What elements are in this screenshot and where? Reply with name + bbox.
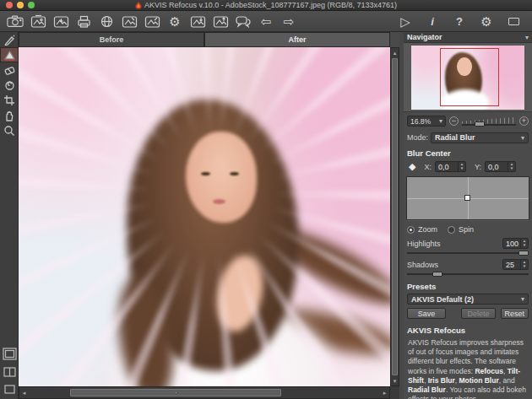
zoom-percent-select[interactable]: 16.8% ▾ xyxy=(407,116,446,127)
x-input[interactable]: 0,0 ▲▼ xyxy=(435,161,466,172)
reset-preset-button[interactable]: Reset xyxy=(501,308,529,319)
photo-canvas[interactable] xyxy=(19,47,390,386)
run-icon[interactable]: ▷ xyxy=(397,13,414,30)
shadows-slider-handle[interactable] xyxy=(432,272,442,277)
vertical-scroll-thumb[interactable] xyxy=(392,58,398,375)
highlights-label: Highlights xyxy=(407,240,441,248)
highlights-row: Highlights 100 ▲▼ xyxy=(407,238,529,249)
toolbar: ⚙ ⇦ ⇨ ▷ i ? ⚙ xyxy=(0,11,532,32)
crop-tool-icon[interactable] xyxy=(0,93,19,108)
navigator-thumbnail-area xyxy=(404,43,532,112)
import-presets-icon[interactable] xyxy=(189,13,206,30)
app-logo-camera-icon xyxy=(7,13,24,30)
zoom-window-button[interactable] xyxy=(28,2,35,8)
zoom-tool-icon[interactable] xyxy=(0,123,19,138)
zoom-slider-handle[interactable] xyxy=(475,121,485,127)
shadows-slider[interactable] xyxy=(407,272,529,277)
preferences-gear-icon[interactable]: ⚙ xyxy=(478,13,495,30)
tab-after[interactable]: After xyxy=(204,32,390,47)
preset-buttons: Save Delete Reset xyxy=(407,308,529,319)
info-icon[interactable]: i xyxy=(424,13,441,30)
horizontal-scroll-thumb[interactable] xyxy=(70,389,281,396)
load-settings-icon[interactable] xyxy=(121,13,138,30)
navigator-header[interactable]: Navigator ▾ xyxy=(404,32,532,43)
navigator-thumbnail[interactable] xyxy=(411,46,524,110)
scroll-left-icon[interactable]: ◂ xyxy=(19,387,29,398)
blur-center-title: Blur Center xyxy=(407,148,529,158)
zoom-slider[interactable] xyxy=(462,116,516,127)
close-button[interactable] xyxy=(6,2,13,8)
zoom-controls: 16.8% ▾ − + xyxy=(407,115,529,127)
x-stepper[interactable]: ▲▼ xyxy=(458,162,465,171)
highlights-input[interactable]: 100 ▲▼ xyxy=(502,238,529,249)
highlights-slider-handle[interactable] xyxy=(518,251,529,256)
settings-panel: Navigator ▾ 16.8% ▾ − xyxy=(404,32,532,399)
scroll-down-icon[interactable]: ▾ xyxy=(391,376,399,386)
spin-radio[interactable]: Spin xyxy=(448,225,474,234)
highlights-value: 100 xyxy=(503,240,520,248)
navigator-view-frame[interactable] xyxy=(440,48,499,106)
shadows-row: Shadows 25 ▲▼ xyxy=(407,259,529,270)
akvis-refocus-window: AKVIS Refocus v.10.0 - AdobeStock_108777… xyxy=(0,0,532,399)
preset-select[interactable]: AKVIS Default (2) ▾ xyxy=(407,294,529,305)
effect-type-radios: Zoom Spin xyxy=(407,224,529,235)
mode-row: Mode: Radial Blur ▾ xyxy=(407,132,529,143)
scroll-up-icon[interactable]: ▴ xyxy=(391,48,399,57)
save-image-icon[interactable] xyxy=(52,13,69,30)
save-preset-button[interactable]: Save xyxy=(407,308,446,319)
view-full-window-icon[interactable] xyxy=(4,382,15,397)
y-value: 0,0 xyxy=(486,163,508,171)
main-area: Before After ◂ ▸ xyxy=(0,32,532,399)
presets-title: Presets xyxy=(407,282,529,291)
marker-tool-icon[interactable] xyxy=(0,32,19,47)
about-title: AKVIS Refocus xyxy=(407,326,529,335)
window-controls xyxy=(6,2,35,8)
open-image-icon[interactable] xyxy=(30,13,46,30)
preview-tool-icon[interactable] xyxy=(0,47,19,62)
navigator-title: Navigator xyxy=(407,33,442,41)
dropdown-icon: ▾ xyxy=(439,117,442,125)
scrollbar-corner xyxy=(390,386,399,399)
view-layout-buttons xyxy=(0,348,19,397)
about-paragraph-1: AKVIS Refocus improves sharpness of out … xyxy=(408,338,528,399)
blur-center-handle[interactable] xyxy=(464,195,470,201)
scroll-right-icon[interactable]: ▸ xyxy=(380,387,389,398)
help-icon[interactable]: ? xyxy=(451,13,468,30)
zoom-in-button[interactable]: + xyxy=(519,116,529,126)
delete-preset-button[interactable]: Delete xyxy=(461,308,496,319)
shadows-input[interactable]: 25 ▲▼ xyxy=(502,259,529,270)
window-title-text: AKVIS Refocus v.10.0 - AdobeStock_108777… xyxy=(144,1,397,9)
blur-center-grid[interactable] xyxy=(406,176,529,220)
save-settings-icon[interactable] xyxy=(144,13,160,30)
history-brush-tool-icon[interactable] xyxy=(0,78,19,93)
export-presets-icon[interactable] xyxy=(212,13,229,30)
minimize-button[interactable] xyxy=(17,2,24,8)
window-title: AKVIS Refocus v.10.0 - AdobeStock_108777… xyxy=(0,1,532,9)
batch-processing-icon[interactable]: ⚙ xyxy=(166,13,183,30)
hand-tool-icon[interactable] xyxy=(0,108,19,123)
view-single-window-icon[interactable] xyxy=(3,348,17,364)
zoom-percent-value: 16.8% xyxy=(410,117,431,126)
about-text: AKVIS Refocus improves sharpness of out … xyxy=(408,338,528,399)
y-input[interactable]: 0,0 ▲▼ xyxy=(485,161,516,172)
tab-before[interactable]: Before xyxy=(19,32,204,47)
radio-dot xyxy=(407,226,415,234)
y-stepper[interactable]: ▲▼ xyxy=(508,162,515,171)
horizontal-scrollbar[interactable]: ◂ ▸ xyxy=(19,386,390,399)
zoom-out-button[interactable]: − xyxy=(449,116,459,126)
fullscreen-icon[interactable] xyxy=(505,13,522,30)
feedback-icon[interactable] xyxy=(235,13,252,30)
redo-icon[interactable]: ⇨ xyxy=(280,13,297,30)
collapse-icon[interactable]: ▾ xyxy=(525,34,529,41)
undo-icon[interactable]: ⇦ xyxy=(258,13,274,30)
print-icon[interactable] xyxy=(75,13,92,30)
view-split-window-icon[interactable] xyxy=(3,365,16,380)
x-value: 0,0 xyxy=(436,163,458,171)
vertical-scrollbar[interactable]: ▴ ▾ xyxy=(390,47,399,386)
titlebar: AKVIS Refocus v.10.0 - AdobeStock_108777… xyxy=(0,0,532,11)
eraser-tool-icon[interactable] xyxy=(0,62,19,78)
mode-select[interactable]: Radial Blur ▾ xyxy=(431,132,529,143)
highlights-slider[interactable] xyxy=(407,251,529,256)
publish-icon[interactable] xyxy=(98,13,115,30)
zoom-radio[interactable]: Zoom xyxy=(407,225,437,234)
